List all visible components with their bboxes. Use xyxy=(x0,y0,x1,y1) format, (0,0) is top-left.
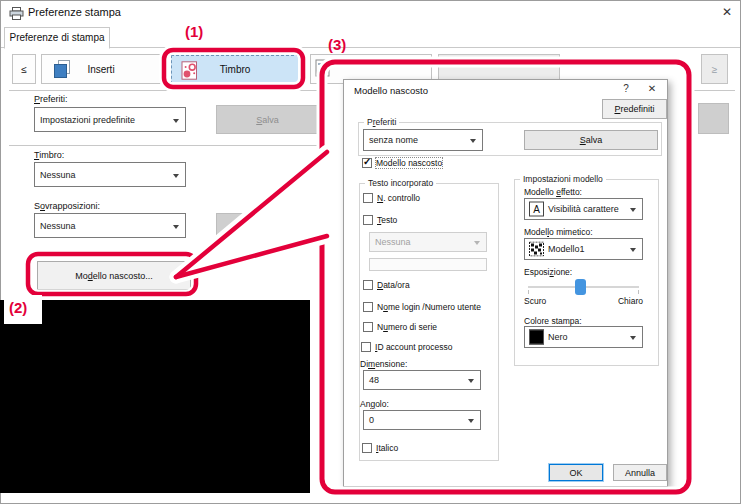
testo-incorporato-group-title: Testo incorporato xyxy=(365,178,436,188)
window-titlebar: Preferenze stampa ✕ xyxy=(1,1,740,24)
character-visibility-icon: A xyxy=(529,202,544,217)
toolbar-separator-right xyxy=(694,90,735,91)
modello-effetto-label: Modello effetto: xyxy=(524,187,582,197)
colore-stampa-label: Colore stampa: xyxy=(524,316,582,326)
numero-di-serie-checkbox[interactable]: Numero di serie xyxy=(363,322,437,332)
camouflage-pattern-icon xyxy=(529,242,544,257)
window-close-icon[interactable]: ✕ xyxy=(717,4,737,21)
chevron-down-icon xyxy=(474,241,480,245)
annotation-step-3: (3) xyxy=(328,36,346,53)
timbro-value: Nessuna xyxy=(40,170,76,180)
testo-label: Testo xyxy=(377,215,397,225)
scroll-left-button[interactable]: ≤ xyxy=(12,54,36,84)
tab-preferenze-di-stampa[interactable]: Preferenze di stampa xyxy=(4,27,110,49)
chevron-down-icon xyxy=(468,419,474,423)
angolo-value: 0 xyxy=(369,415,374,425)
modello-nascosto-dialog: Modello nascosto ? ✕ Predefiniti Preferi… xyxy=(343,79,668,487)
scroll-right-button[interactable]: ≥ xyxy=(701,54,728,84)
chevron-down-icon xyxy=(630,248,636,252)
testo-dropdown-disabled: Nessuna xyxy=(369,232,487,252)
nome-login-checkbox[interactable]: Nome login /Numero utente xyxy=(363,302,481,312)
predefiniti-button[interactable]: Predefiniti xyxy=(602,99,667,119)
esposizione-label: Esposizione: xyxy=(524,267,572,277)
dimensione-value: 48 xyxy=(369,375,379,385)
modello-nascosto-checkbox[interactable]: Modello nascosto xyxy=(362,158,442,168)
document-settings-icon xyxy=(315,59,331,80)
colore-stampa-dropdown[interactable]: Nero xyxy=(524,326,643,348)
dimensione-dropdown[interactable]: 48 xyxy=(363,370,481,390)
italico-checkbox[interactable]: Italico xyxy=(362,443,398,453)
annulla-button[interactable]: Annulla xyxy=(613,464,667,481)
data-ora-label: Data/ora xyxy=(377,280,410,290)
printer-icon xyxy=(9,6,24,24)
angolo-dropdown[interactable]: 0 xyxy=(363,410,481,430)
checkbox-icon xyxy=(363,193,373,203)
preferiti-label: Preferiti: xyxy=(34,94,68,104)
sovrapposizioni-value: Nessuna xyxy=(40,221,76,231)
inserti-button[interactable]: Inserti xyxy=(41,54,161,84)
modello-effetto-dropdown[interactable]: A Visibilità carattere xyxy=(524,198,643,220)
chevron-down-icon xyxy=(173,119,179,123)
timbro-label: Timbro xyxy=(220,64,251,75)
chevron-down-icon xyxy=(470,139,476,143)
chevron-down-icon xyxy=(468,379,474,383)
numero-di-serie-label: Numero di serie xyxy=(377,322,437,332)
timbro-button[interactable]: Timbro xyxy=(171,55,299,84)
italico-label: Italico xyxy=(376,443,398,453)
sovrapposizioni-dropdown[interactable]: Nessuna xyxy=(34,213,186,238)
annotation-step-1: (1) xyxy=(185,23,203,40)
id-account-label: ID account processo xyxy=(375,342,453,352)
checkbox-icon xyxy=(362,443,372,453)
preferiti-group-title: Preferiti xyxy=(364,117,399,127)
id-account-checkbox[interactable]: ID account processo xyxy=(361,342,453,352)
dialog-help-icon[interactable]: ? xyxy=(618,83,634,98)
testo-dropdown-value: Nessuna xyxy=(375,237,411,247)
dialog-preferiti-dropdown[interactable]: senza nome xyxy=(363,129,483,151)
redacted-preview-area xyxy=(0,300,310,493)
tab-strip-line xyxy=(1,47,740,48)
preferiti-value: Impostazioni predefinite xyxy=(40,115,135,125)
esposizione-slider-thumb[interactable] xyxy=(575,279,586,295)
preferiti-dropdown[interactable]: Impostazioni predefinite xyxy=(34,107,186,132)
ok-button[interactable]: OK xyxy=(549,464,603,481)
impostazioni-modello-group-title: Impostazioni modello xyxy=(520,174,606,184)
testo-checkbox[interactable]: Testo xyxy=(363,215,397,225)
n-controllo-checkbox[interactable]: N. controllo xyxy=(363,193,420,203)
modello-nascosto-button[interactable]: Modello nascosto... xyxy=(37,261,191,290)
dialog-title: Modello nascosto xyxy=(354,85,428,96)
salva-button-fragment[interactable] xyxy=(216,213,314,240)
salva-button-disabled[interactable]: Salva xyxy=(216,105,319,134)
row-separator xyxy=(9,145,319,146)
chevron-down-icon xyxy=(630,208,636,212)
chevron-down-icon xyxy=(173,174,179,178)
sovrapposizioni-label: Sovrapposizioni: xyxy=(34,201,100,211)
chevron-down-icon xyxy=(630,336,636,340)
inserti-pages-icon xyxy=(51,59,73,82)
button-fragment-right[interactable] xyxy=(698,103,729,134)
modello-effetto-value: Visibilità carattere xyxy=(548,204,619,214)
dialog-close-icon[interactable]: ✕ xyxy=(644,83,660,98)
colore-stampa-value: Nero xyxy=(548,332,568,342)
screenshot-stage: Preferenze stampa ✕ Preferenze di stampa… xyxy=(0,0,741,504)
chiaro-label: Chiaro xyxy=(606,296,643,306)
checkbox-icon xyxy=(363,302,373,312)
timbro-dropdown[interactable]: Nessuna xyxy=(34,162,186,187)
slider-tick xyxy=(528,290,529,294)
data-ora-checkbox[interactable]: Data/ora xyxy=(363,280,410,290)
annotation-step-2: (2) xyxy=(9,299,27,316)
dialog-preferiti-value: senza nome xyxy=(369,135,418,145)
slider-tick xyxy=(638,290,639,294)
timbro-stamp-icon xyxy=(181,61,198,82)
black-color-swatch xyxy=(529,330,544,345)
modello-mimetico-dropdown[interactable]: Modello1 xyxy=(524,238,643,260)
angolo-label: Angolo: xyxy=(360,399,389,409)
nome-login-label: Nome login /Numero utente xyxy=(377,302,481,312)
window-title: Preferenze stampa xyxy=(28,6,121,18)
dialog-salva-button[interactable]: Salva xyxy=(524,130,658,150)
modello-nascosto-checkbox-label: Modello nascosto xyxy=(376,158,442,168)
checkbox-icon xyxy=(363,280,373,290)
modello-mimetico-value: Modello1 xyxy=(548,244,585,254)
timbro-field-label: Timbro: xyxy=(34,150,64,160)
checkbox-icon xyxy=(363,215,373,225)
dimensione-label: Dimensione: xyxy=(360,359,407,369)
